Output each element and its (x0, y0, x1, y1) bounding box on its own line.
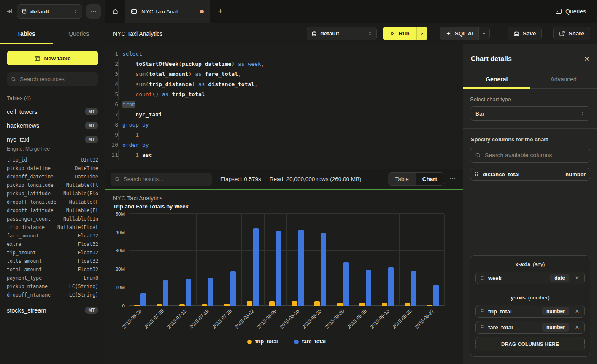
bar-group (354, 214, 376, 306)
database-icon (311, 31, 317, 37)
bar-group (332, 214, 354, 306)
y-axis-item-trip-total[interactable]: trip_total number ✕ (475, 305, 585, 318)
editor-line: 8group by (105, 120, 463, 130)
bar-fare_total (230, 271, 236, 306)
table-item-stocks-stream[interactable]: stocks_stream MT (7, 307, 98, 314)
schema-column-row: dropoff_longitudeNullable(F (7, 198, 98, 206)
remove-icon[interactable]: ✕ (573, 275, 581, 281)
drag-columns-drop-zone[interactable]: DRAG COLUMNS HERE (475, 337, 585, 351)
tab-title: NYC Taxi Anal... (141, 8, 182, 15)
legend-dot-icon (294, 340, 299, 344)
sidebar-search-input[interactable] (20, 76, 94, 82)
bar-group (129, 214, 151, 306)
columns-search[interactable] (470, 148, 590, 163)
bar-fare_total (276, 231, 281, 306)
queries-button[interactable]: Queries (565, 8, 586, 15)
topbar-left: default ⋯ (0, 0, 105, 23)
schema-column-row: pickup_latitudeNullable(Flo (7, 189, 98, 198)
results-search-input[interactable] (124, 176, 208, 182)
home-icon[interactable] (105, 0, 125, 23)
drag-handle-icon[interactable] (480, 324, 484, 330)
save-button[interactable]: Save (508, 27, 542, 40)
topbar-database-select[interactable]: default (17, 4, 82, 19)
table-item-hackernews[interactable]: hackernews MT (7, 122, 98, 129)
remove-icon[interactable]: ✕ (573, 308, 581, 314)
updown-chevron-icon (368, 31, 372, 36)
editor-line: 2 toStartOfWeek(pickup_datetime) as week… (105, 59, 463, 69)
engine-badge: MT (85, 108, 98, 115)
table-item-cell-towers[interactable]: cell_towers MT (7, 108, 98, 115)
schema-column-row: fare_amountFloat32 (7, 232, 98, 240)
chart-title: NYC Taxi Analytics (105, 195, 463, 202)
legend-item-fare_total[interactable]: fare_total (294, 339, 326, 345)
bar-chart-plot[interactable]: 010M20M30M40M50M (129, 214, 444, 306)
editor-line: 5 count() as trip_total (105, 89, 463, 100)
drag-handle-icon[interactable] (480, 308, 484, 314)
divider (463, 128, 597, 129)
available-column-distance-total[interactable]: distance_total number (470, 168, 590, 181)
x-axis-item-week[interactable]: week date ✕ (475, 272, 585, 284)
schema-column-row: trip_distanceNullable(Float (7, 223, 98, 232)
editor-line: 10order by (105, 140, 463, 150)
run-button[interactable]: Run (383, 27, 427, 40)
tab-nyc-taxi-analytics[interactable]: NYC Taxi Anal... (125, 0, 210, 23)
chart-legend: trip_totalfare_total (129, 335, 444, 348)
view-toggle-table[interactable]: Table (388, 173, 415, 185)
share-button[interactable]: Share (553, 27, 590, 40)
panel-tab-advanced[interactable]: Advanced (530, 71, 597, 88)
columns-search-input[interactable] (485, 152, 585, 159)
close-icon[interactable]: ✕ (584, 55, 589, 63)
bar-group (151, 214, 173, 306)
bar-group (399, 214, 421, 306)
toolbar-database-select[interactable]: default (307, 27, 377, 40)
search-icon (11, 76, 16, 82)
sql-editor[interactable]: 1select2 toStartOfWeek(pickup_datetime) … (105, 44, 463, 169)
y-axis-item-fare-total[interactable]: fare_total number ✕ (475, 321, 585, 334)
columns-label: Specify columns for the chart (470, 136, 590, 143)
legend-item-trip_total[interactable]: trip_total (247, 339, 278, 345)
schema-column-row: tolls_amountFloat32 (7, 257, 98, 265)
schema-column-row: tip_amountFloat32 (7, 248, 98, 257)
axes-config-box: x-axis(any) week date ✕ y-axis(number) (470, 255, 590, 357)
schema-column-row: trip_idUInt32 (7, 156, 98, 164)
sql-ai-button[interactable]: SQL AI (440, 27, 490, 40)
y-axis-tick: 40M (116, 230, 125, 235)
collapse-sidebar-icon[interactable] (6, 8, 13, 15)
engine-badge: MT (85, 307, 98, 314)
toolbar: default Run SQL AI (307, 27, 590, 40)
schema-column-row: dropoff_datetimeDateTime (7, 173, 98, 181)
new-table-button[interactable]: New table (7, 51, 98, 65)
bar-fare_total (343, 262, 349, 306)
results-more-button[interactable]: ⋯ (449, 175, 456, 183)
top-bar: default ⋯ NYC Taxi Anal... + Queries (0, 0, 597, 23)
sql-ai-options-button[interactable] (478, 27, 489, 40)
bar-group (286, 214, 309, 306)
sidebar-search[interactable] (7, 72, 98, 86)
sidebar-tab-tables[interactable]: Tables (0, 23, 53, 44)
remove-icon[interactable]: ✕ (573, 324, 581, 330)
view-toggle-chart[interactable]: Chart (416, 173, 444, 185)
bar-group (174, 214, 196, 306)
sidebar-tab-queries[interactable]: Queries (53, 23, 105, 44)
sidebar-more-button[interactable]: ⋯ (86, 4, 101, 19)
new-tab-button[interactable]: + (210, 0, 230, 23)
nyc-taxi-columns: trip_idUInt32pickup_datetimeDateTimedrop… (7, 156, 98, 299)
bar-group (422, 214, 444, 306)
results-search[interactable] (111, 173, 212, 186)
schema-column-row: total_amountFloat32 (7, 265, 98, 274)
panel-tab-general[interactable]: General (463, 71, 530, 88)
table-item-nyc-taxi[interactable]: nyc_taxi MT (7, 136, 98, 143)
schema-column-row: dropoff_latitudeNullable(Fl (7, 206, 98, 215)
tab-strip: NYC Taxi Anal... + Queries (105, 0, 597, 23)
elapsed-stat: Elapsed: 0.579s (220, 176, 261, 182)
save-icon (513, 31, 519, 37)
run-options-button[interactable] (416, 27, 427, 40)
bar-fare_total (298, 230, 304, 306)
chart-type-select[interactable]: Bar (470, 106, 590, 121)
bar-fare_total (366, 270, 371, 306)
drag-handle-icon[interactable] (480, 275, 484, 281)
drag-handle-icon[interactable] (475, 171, 478, 177)
sidebar: Tables Queries New table Tables (4) cell… (0, 23, 105, 364)
editor-line: 7 nyc_taxi (105, 110, 463, 120)
editor-line: 9 1 (105, 130, 463, 140)
